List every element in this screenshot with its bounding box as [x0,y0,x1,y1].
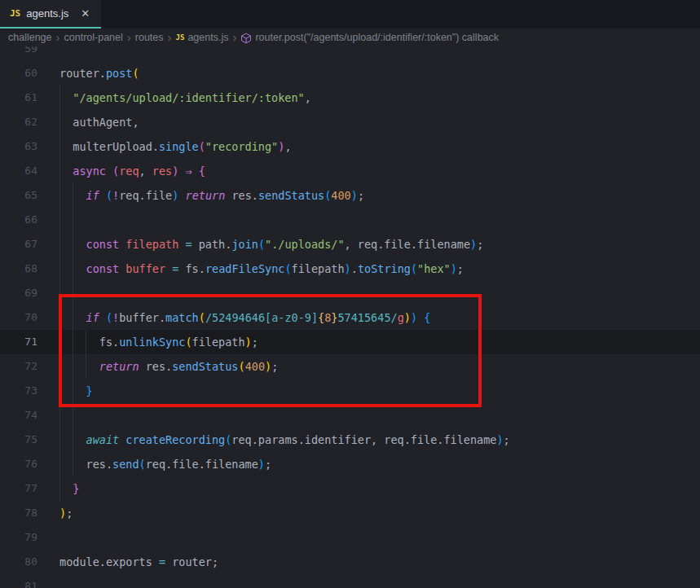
code-line[interactable]: 72 return res.sendStatus(400); [0,354,700,379]
code-line-text[interactable]: fs.unlinkSync(filepath); [42,330,258,354]
chevron-right-icon: › [232,31,236,43]
code-line-text[interactable]: ); [42,501,73,525]
code-line[interactable]: 68 const buffer = fs.readFileSync(filepa… [0,257,700,281]
gutter-line-number[interactable]: 65 [0,183,42,208]
code-line[interactable]: 74 [0,403,700,428]
chevron-right-icon: › [127,31,131,43]
gutter-line-number[interactable]: 80 [0,550,42,574]
gutter-line-number[interactable]: 66 [0,208,42,232]
gutter-line-number[interactable]: 77 [0,476,42,501]
code-line-current[interactable]: 71 fs.unlinkSync(filepath); [0,330,700,354]
gutter-line-number[interactable]: 70 [0,305,42,330]
code-line[interactable]: 69 [0,281,700,305]
gutter-line-number[interactable]: 64 [0,159,42,183]
code-line-text[interactable]: await createRecording(req.params.identif… [42,428,510,452]
breadcrumb-item-routes[interactable]: routes [135,32,164,43]
tab-bar: JS agents.js ✕ [0,0,700,29]
breadcrumb-item-symbol[interactable]: router.post("/agents/upload/:identifier/… [255,32,499,43]
code-line[interactable]: 70 if (!buffer.match(/52494646[a-z0-9]{8… [0,305,700,330]
gutter-line-number[interactable]: 60 [0,61,42,86]
code-line-text[interactable]: if (!req.file) return res.sendStatus(400… [42,183,364,208]
gutter-line-number[interactable]: 78 [0,501,42,525]
chevron-right-icon: › [56,31,60,43]
code-line-text[interactable]: if (!buffer.match(/52494646[a-z0-9]{8}57… [42,305,430,330]
gutter-line-number[interactable]: 67 [0,232,42,257]
code-line-text[interactable]: } [42,379,93,403]
indent-guide [86,330,86,379]
code-line-text[interactable]: "/agents/upload/:identifier/:token", [42,86,311,110]
code-line-text[interactable]: } [42,476,79,501]
javascript-file-icon: JS [10,8,20,19]
code-line[interactable]: 81 [0,574,700,588]
tab-label: agents.js [26,7,68,20]
breadcrumb-item-agents-js[interactable]: agents.js [187,32,228,43]
indent-guide [59,86,60,501]
gutter-line-number[interactable]: 68 [0,257,42,281]
code-line[interactable]: 78); [0,501,700,525]
code-line[interactable]: 79 [0,525,700,550]
tab-close-icon[interactable]: ✕ [79,7,91,20]
gutter-line-number[interactable]: 61 [0,86,42,110]
gutter-line-number[interactable]: 81 [0,574,42,588]
indent-guide [73,183,73,476]
gutter-line-number[interactable]: 69 [0,281,42,305]
code-line[interactable]: 80module.exports = router; [0,550,700,574]
code-line[interactable]: 73 } [0,379,700,403]
code-line-text[interactable]: const filepath = path.join("./uploads/",… [42,232,483,257]
code-line[interactable]: 60router.post( [0,61,700,86]
code-line[interactable]: 63 multerUpload.single("recording"), [0,134,700,159]
code-line-text[interactable]: const buffer = fs.readFileSync(filepath)… [42,257,464,281]
code-line[interactable]: 64 async (req, res) ⇒ { [0,159,700,183]
tab-agents-js[interactable]: JS agents.js ✕ [0,0,101,29]
gutter-line-number[interactable]: 71 [0,330,42,354]
gutter-line-number[interactable]: 62 [0,110,42,134]
gutter-line-number[interactable]: 79 [0,525,42,550]
gutter-line-number[interactable]: 73 [0,379,42,403]
code-line[interactable]: 66 [0,208,700,232]
breadcrumb-item-control-panel[interactable]: control-panel [64,32,123,43]
breadcrumb-item-challenge[interactable]: challenge [8,32,52,43]
gutter-line-number[interactable]: 75 [0,428,42,452]
gutter-line-number[interactable]: 76 [0,452,42,476]
chevron-right-icon: › [168,31,172,43]
code-line-text[interactable]: res.send(req.file.filename); [42,452,271,476]
code-line[interactable]: 62 authAgent, [0,110,700,134]
breadcrumb: challenge › control-panel › routes › JS … [0,29,700,46]
code-line[interactable]: 67 const filepath = path.join("./uploads… [0,232,700,257]
code-line-text[interactable]: router.post( [42,61,139,86]
code-line-text[interactable]: multerUpload.single("recording"), [42,134,292,159]
gutter-line-number[interactable]: 74 [0,403,42,428]
code-line-text[interactable]: authAgent, [42,110,139,134]
gutter-line-number[interactable]: 63 [0,134,42,159]
code-line[interactable]: 77 } [0,476,700,501]
code-line[interactable]: 65 if (!req.file) return res.sendStatus(… [0,183,700,208]
javascript-file-icon: JS [176,33,185,42]
symbol-cube-icon [240,33,252,44]
code-line-text[interactable]: async (req, res) ⇒ { [42,159,205,183]
gutter-line-number[interactable]: 72 [0,354,42,379]
code-line[interactable]: 61 "/agents/upload/:identifier/:token", [0,86,700,110]
code-line-text[interactable]: module.exports = router; [42,550,218,574]
code-editor[interactable]: 5960router.post(61 "/agents/upload/:iden… [0,37,700,588]
code-line[interactable]: 76 res.send(req.file.filename); [0,452,700,476]
code-line-text[interactable]: return res.sendStatus(400); [42,354,278,379]
code-line[interactable]: 75 await createRecording(req.params.iden… [0,428,700,452]
